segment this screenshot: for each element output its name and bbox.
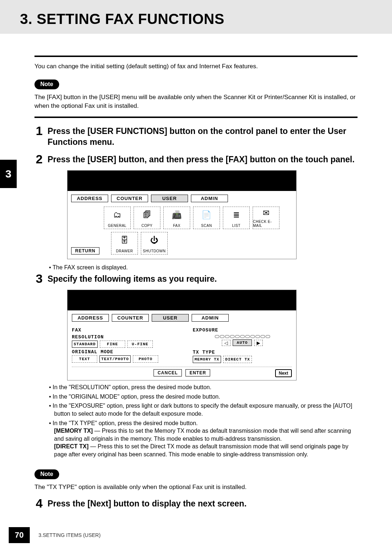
label: LIST xyxy=(232,224,240,228)
tab-strip: ADDRESS COUNTER USER ADMIN xyxy=(71,195,293,202)
exposure-label: EXPOSURE xyxy=(193,327,292,333)
label: SCAN xyxy=(201,224,212,228)
exposure-scale xyxy=(193,334,292,338)
direct-tx-button[interactable]: DIRECT TX xyxy=(223,356,252,363)
note-pill: Note xyxy=(34,80,59,89)
memory-tx-button[interactable]: MEMORY TX xyxy=(193,356,221,363)
spec-bullets: In the "RESOLUTION" option, press the de… xyxy=(49,383,358,458)
fax-button[interactable]: 📠FAX xyxy=(163,207,190,229)
tx-type-options: MEMORY TX DIRECT TX xyxy=(193,356,292,363)
page-content: You can change the initial setting (defa… xyxy=(0,34,392,522)
note-block: Note The [FAX] button in the [USER] menu… xyxy=(34,71,358,110)
note-text: The "TX TYPE" option is available only w… xyxy=(34,483,358,492)
resolution-options: STANDARD FINE U-FINE xyxy=(72,341,171,348)
exposure-lighter-button[interactable]: ◁ xyxy=(222,340,230,346)
fine-button[interactable]: FINE xyxy=(100,341,125,348)
scan-icon: 📄 xyxy=(201,207,212,223)
screen-footer: CANCEL ENTER Next xyxy=(72,367,292,376)
left-col: FAX RESOLUTION STANDARD FINE U-FINE ORIG… xyxy=(72,326,171,363)
page-footer: 70 3.SETTING ITEMS (USER) xyxy=(0,527,392,543)
note-block-2: Note The "TX TYPE" option is available o… xyxy=(34,461,358,492)
shutdown-button[interactable]: ⏻SHUTDOWN xyxy=(141,232,168,254)
memory-tx-label: [MEMORY TX] xyxy=(54,428,93,434)
page-number: 70 xyxy=(9,527,30,543)
step-2: 2 Press the [USER] button, and then pres… xyxy=(34,153,358,165)
resolution-label: RESOLUTION xyxy=(72,334,171,340)
tab-address[interactable]: ADDRESS xyxy=(72,314,109,322)
tab-user[interactable]: USER xyxy=(151,195,188,202)
exposure-controls: ◁ AUTO ▶ xyxy=(193,339,292,346)
bullet-resolution: In the "RESOLUTION" option, press the de… xyxy=(49,383,358,391)
tab-address[interactable]: ADDRESS xyxy=(71,195,108,202)
email-icon: ✉ xyxy=(263,207,270,219)
tab-user[interactable]: USER xyxy=(152,314,189,322)
drawer-icon: 🗄 xyxy=(121,232,129,248)
footer-text: 3.SETTING ITEMS (USER) xyxy=(38,532,101,538)
step-number: 3 xyxy=(34,272,44,285)
check-email-button[interactable]: ✉CHECK E-MAIL xyxy=(253,207,279,229)
original-mode-label: ORIGINAL MODE xyxy=(72,349,171,355)
tab-counter[interactable]: COUNTER xyxy=(111,195,148,202)
step-heading: Press the [Next] button to display the n… xyxy=(48,497,358,509)
step-number: 4 xyxy=(34,497,44,509)
return-row: RETURN 🗄DRAWER ⏻SHUTDOWN xyxy=(71,232,293,254)
step-number: 1 xyxy=(34,125,44,148)
step-2-bullet: The FAX screen is displayed. xyxy=(49,262,358,272)
list-icon: ≣ xyxy=(233,207,240,223)
exposure-auto-button[interactable]: AUTO xyxy=(233,339,252,346)
chapter-title: 3. SETTING FAX FUNCTIONS xyxy=(20,11,372,27)
bullet-exposure: In the "EXPOSURE" option, press light or… xyxy=(49,402,358,417)
screen-body: ADDRESS COUNTER USER ADMIN FAX RESOLUTIO… xyxy=(68,310,296,380)
tab-admin[interactable]: ADMIN xyxy=(191,195,228,202)
step-number: 2 xyxy=(34,153,44,165)
step-heading: Press the [USER FUNCTIONS] button on the… xyxy=(48,125,358,148)
exposure-darker-button[interactable]: ▶ xyxy=(254,340,263,346)
step-1: 1 Press the [USER FUNCTIONS] button on t… xyxy=(34,125,358,148)
tab-counter[interactable]: COUNTER xyxy=(112,314,149,322)
label: FAX xyxy=(173,224,180,228)
u-fine-button[interactable]: U-FINE xyxy=(127,341,153,348)
cancel-button[interactable]: CANCEL xyxy=(154,369,182,376)
general-icon: 🗂 xyxy=(113,207,122,223)
list-button[interactable]: ≣LIST xyxy=(223,207,250,229)
fax-settings-screenshot: ADDRESS COUNTER USER ADMIN FAX RESOLUTIO… xyxy=(67,290,297,380)
text-photo-button[interactable]: TEXT/PHOTO xyxy=(99,355,131,363)
label: SHUTDOWN xyxy=(143,249,166,253)
tab-admin[interactable]: ADMIN xyxy=(192,314,229,322)
bullet-tx-type: In the "TX TYPE" option, press the desir… xyxy=(49,419,358,459)
label: CHECK E-MAIL xyxy=(253,220,279,228)
step-3: 3 Specify the following items as you req… xyxy=(34,272,358,285)
general-button[interactable]: 🗂GENERAL xyxy=(104,207,131,229)
tab-strip: ADDRESS COUNTER USER ADMIN xyxy=(72,314,292,322)
drawer-button[interactable]: 🗄DRAWER xyxy=(111,232,138,254)
right-col: EXPOSURE ◁ AUTO ▶ TX TYPE MEMO xyxy=(193,326,292,363)
direct-tx-label: [DIRECT TX] xyxy=(54,443,89,449)
fax-icon: 📠 xyxy=(172,207,182,223)
note-pill: Note xyxy=(34,469,59,479)
shutdown-icon: ⏻ xyxy=(150,232,159,248)
original-mode-options: TEXT TEXT/PHOTO PHOTO xyxy=(72,355,171,363)
photo-button[interactable]: PHOTO xyxy=(133,355,158,363)
enter-button[interactable]: ENTER xyxy=(185,369,210,376)
text-button[interactable]: TEXT xyxy=(72,355,97,363)
standard-button[interactable]: STANDARD xyxy=(72,341,98,348)
return-button[interactable]: RETURN xyxy=(71,247,99,254)
step-heading: Press the [USER] button, and then press … xyxy=(48,153,358,165)
intro-text: You can change the initial setting (defa… xyxy=(34,62,358,71)
screen-title-bar xyxy=(68,290,296,310)
label: DRAWER xyxy=(116,249,133,253)
note-text: The [FAX] button in the [USER] menu will… xyxy=(34,93,358,110)
user-menu-screenshot: ADDRESS COUNTER USER ADMIN 🗂GENERAL 🗐COP… xyxy=(67,170,297,259)
fax-label: FAX xyxy=(72,327,171,333)
horizontal-rule xyxy=(34,117,358,118)
step-4: 4 Press the [Next] button to display the… xyxy=(34,497,358,509)
horizontal-rule xyxy=(34,56,358,57)
tx-type-label: TX TYPE xyxy=(193,350,292,355)
copy-button[interactable]: 🗐COPY xyxy=(134,207,160,229)
scan-button[interactable]: 📄SCAN xyxy=(193,207,220,229)
next-button[interactable]: Next xyxy=(275,369,292,377)
screen-body: ADDRESS COUNTER USER ADMIN 🗂GENERAL 🗐COP… xyxy=(68,191,296,259)
copy-icon: 🗐 xyxy=(143,207,151,223)
bullet-original-mode: In the "ORIGINAL MODE" option, press the… xyxy=(49,393,358,401)
label: GENERAL xyxy=(108,224,126,228)
